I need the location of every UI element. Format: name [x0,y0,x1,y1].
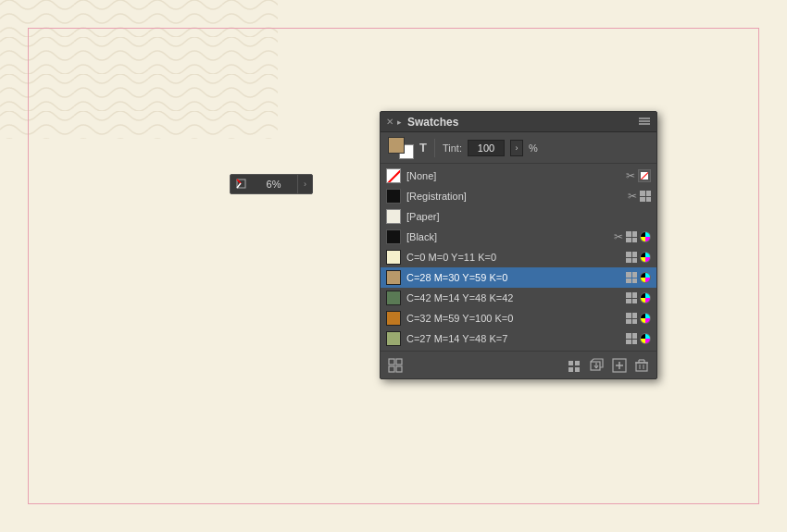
tint-increment-button[interactable]: › [510,140,523,156]
swatch-none-label: [None] [406,170,622,181]
swatch-black-icons: ✂ [614,230,651,243]
swatch-black-row[interactable]: [Black] ✂ [381,227,656,247]
swatch-options-button[interactable] [566,356,584,375]
swatch-c42-row[interactable]: C=42 M=14 Y=48 K=42 [381,288,656,308]
scissors-icon-black: ✂ [614,230,623,243]
swatch-c32-icons [626,313,651,324]
swatch-registration-icons: ✂ [628,190,651,203]
panel-toolbar: T Tint: › % [381,132,656,164]
svg-rect-10 [396,366,402,372]
new-swatch-button[interactable] [610,356,629,375]
stop-icon [638,169,651,182]
scissors-icon: ✂ [626,169,635,182]
swatch-view-button[interactable] [386,356,405,375]
swatch-c42-color [386,291,401,305]
swatch-c28-color [386,270,401,285]
svg-rect-8 [396,359,402,365]
cmyk-icon-black [640,231,651,242]
swatch-c27-icons [626,333,651,344]
grid-icon-c28 [626,272,637,283]
swatch-paper-row[interactable]: [Paper] [381,206,656,227]
toolbar-separator [434,139,435,157]
zoom-value: 6% [250,179,297,190]
swatch-c28-icons [626,272,651,283]
swatch-list: [None] ✂ [Registration] ✂ [Paper] [381,164,656,351]
tint-label: Tint: [443,142,462,154]
swatch-black-color [386,229,401,244]
panel-titlebar[interactable]: ✕ ▸ Swatches [381,112,656,132]
swatch-black-label: [Black] [406,231,610,242]
grid-icon-black [626,231,637,242]
swatch-c27-color [386,331,401,346]
panel-close-button[interactable]: ✕ [386,117,394,127]
swatch-none-icons: ✂ [626,169,651,182]
cmyk-icon-c27 [640,333,651,344]
zoom-icon [233,176,250,192]
zoom-indicator[interactable]: 6% › [230,174,313,194]
swatch-c42-icons [626,292,651,303]
svg-rect-12 [575,361,580,365]
swatch-c42-label: C=42 M=14 Y=48 K=42 [406,292,622,303]
svg-line-2 [237,179,241,183]
svg-rect-14 [575,367,580,372]
swatch-c0-label: C=0 M=0 Y=11 K=0 [406,252,622,263]
cmyk-icon-c32 [640,313,651,324]
swatch-c27-row[interactable]: C=27 M=14 Y=48 K=7 [381,328,656,349]
cmyk-icon-c28 [640,272,651,283]
swatch-registration-color [386,189,401,204]
scissors-icon-reg: ✂ [628,190,637,203]
swatch-none-row[interactable]: [None] ✂ [381,166,656,186]
grid-icon-c27 [626,333,637,344]
text-mode-icon[interactable]: T [419,141,427,155]
svg-line-3 [237,183,241,188]
cmyk-icon-c0 [640,252,651,263]
swatch-c27-label: C=27 M=14 Y=48 K=7 [406,333,622,344]
svg-rect-13 [568,367,573,372]
swatch-c28-row[interactable]: C=28 M=30 Y=59 K=0 [381,267,656,288]
svg-rect-7 [389,359,394,365]
tint-value-input[interactable] [468,140,505,156]
panel-title: Swatches [407,116,458,129]
swatch-registration-row[interactable]: [Registration] ✂ [381,186,656,206]
swatch-none-color [386,168,401,183]
grid-icon-c0 [626,252,637,263]
swatch-c0-icons [626,252,651,263]
panel-collapse-arrow[interactable]: ▸ [397,118,402,127]
svg-rect-22 [636,363,647,371]
swatch-c28-label: C=28 M=30 Y=59 K=0 [406,272,622,283]
swatch-registration-label: [Registration] [406,191,624,202]
cmyk-icon-c42 [640,292,651,303]
delete-swatch-button[interactable] [632,356,651,375]
grid-icon-c32 [626,313,637,324]
grid-icon-c42 [626,292,637,303]
panel-title-area: ▸ Swatches [397,116,638,129]
active-color-swatch[interactable] [388,137,414,159]
tint-percent-label: % [529,142,538,154]
panel-bottom-toolbar [381,351,656,378]
zoom-arrow-button[interactable]: › [297,175,312,193]
svg-rect-11 [568,361,573,365]
swatches-panel: ✕ ▸ Swatches T Tint: › % [No [380,111,657,379]
swatch-c0-color [386,250,401,265]
load-swatches-button[interactable] [588,356,606,375]
swatch-c32-label: C=32 M=59 Y=100 K=0 [406,313,622,324]
panel-menu-button[interactable] [638,117,651,128]
swatch-c0-row[interactable]: C=0 M=0 Y=11 K=0 [381,247,656,267]
swatch-paper-color [386,209,401,224]
swatch-c32-row[interactable]: C=32 M=59 Y=100 K=0 [381,308,656,328]
swatch-c32-color [386,311,401,326]
svg-rect-9 [389,366,394,372]
grid-icon-reg [640,191,651,202]
swatch-paper-label: [Paper] [406,211,651,222]
